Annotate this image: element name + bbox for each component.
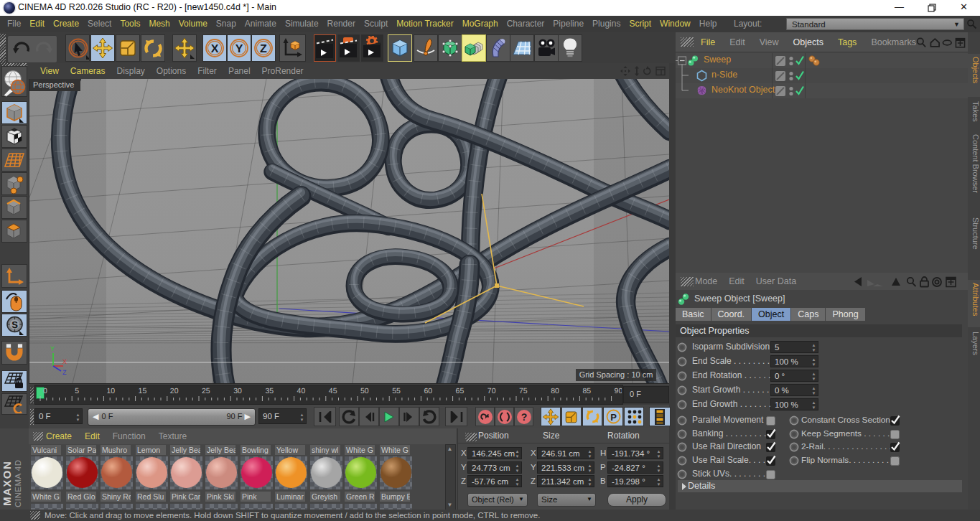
svg-text:Z: Z bbox=[260, 43, 267, 55]
svg-text:Y: Y bbox=[235, 43, 243, 55]
svg-text:55: 55 bbox=[392, 387, 401, 395]
svg-text:Z: Z bbox=[62, 369, 67, 376]
svg-text:70: 70 bbox=[487, 387, 496, 395]
svg-text:65: 65 bbox=[456, 387, 465, 395]
svg-text:25: 25 bbox=[202, 387, 210, 395]
svg-text:Y: Y bbox=[50, 345, 55, 352]
svg-text:P: P bbox=[610, 412, 617, 423]
svg-text:S: S bbox=[11, 319, 18, 330]
svg-text:15: 15 bbox=[139, 387, 147, 395]
svg-text:X: X bbox=[62, 358, 67, 365]
svg-text:50: 50 bbox=[360, 387, 369, 395]
svg-text:?: ? bbox=[521, 411, 527, 423]
svg-text:80: 80 bbox=[551, 387, 559, 395]
svg-text:40: 40 bbox=[297, 387, 306, 395]
svg-text:85: 85 bbox=[582, 387, 591, 395]
svg-text:30: 30 bbox=[233, 387, 242, 395]
svg-text:X: X bbox=[211, 43, 219, 55]
svg-text:5: 5 bbox=[75, 387, 79, 395]
svg-text:75: 75 bbox=[519, 387, 528, 395]
svg-text:20: 20 bbox=[170, 387, 179, 395]
svg-text:0: 0 bbox=[43, 387, 47, 395]
svg-text:35: 35 bbox=[265, 387, 274, 395]
svg-text:45: 45 bbox=[329, 387, 337, 395]
svg-text:60: 60 bbox=[424, 387, 432, 395]
svg-text:10: 10 bbox=[106, 387, 115, 395]
svg-text:90: 90 bbox=[615, 387, 622, 395]
